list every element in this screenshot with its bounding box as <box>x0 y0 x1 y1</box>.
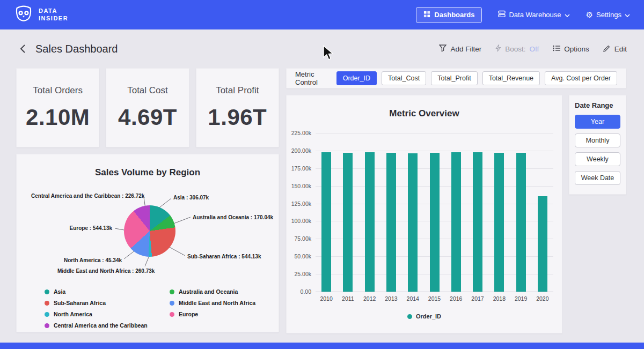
date-range-button-weekly[interactable]: Weekly <box>575 152 620 166</box>
x-tick-label: 2012 <box>363 295 376 302</box>
legend-label: Order_ID <box>416 313 441 320</box>
pie-legend-item-sub-saharan-africa[interactable]: Sub-Saharan Africa <box>45 300 170 306</box>
x-tick-label: 2017 <box>471 295 484 302</box>
pie[interactable] <box>124 205 175 257</box>
date-range-buttons: YearMonthlyWeeklyWeek Date <box>575 115 620 185</box>
metric-buttons: Order_IDTotal_CostTotal_ProfitTotal_Reve… <box>336 71 617 85</box>
date-range-panel: Date Range YearMonthlyWeeklyWeek Date <box>569 95 626 195</box>
dashboards-label: Dashboards <box>434 11 474 19</box>
metric-control-label: Metric Control <box>295 70 329 86</box>
list-icon <box>553 45 560 53</box>
bar-2017[interactable] <box>473 152 482 292</box>
y-tick-label: 200.00k <box>291 147 311 154</box>
y-tick-label: 50.00k <box>294 253 311 259</box>
legend-dot <box>170 312 174 317</box>
brand: DATA INSIDER <box>14 4 68 26</box>
bar-2018[interactable] <box>494 153 504 292</box>
date-range-button-monthly[interactable]: Monthly <box>575 133 620 147</box>
bar-2013[interactable] <box>386 153 396 292</box>
legend-label: Sub-Saharan Africa <box>54 300 106 306</box>
pie-label-australia-and-oceania: Australia and Oceania : 170.04k <box>193 214 273 220</box>
legend-dot <box>45 289 49 294</box>
x-tick-label: 2014 <box>407 295 419 302</box>
pie-label-north-america: North America : 45.34k <box>64 257 122 263</box>
pie-chart-title: Sales Volume by Region <box>17 167 279 178</box>
page-header: Sales Dashboard Add Filter Boost: Off <box>0 29 644 68</box>
legend-dot <box>45 312 49 317</box>
options-button[interactable]: Options <box>553 45 589 53</box>
database-icon <box>498 10 506 19</box>
back-button[interactable] <box>17 43 28 55</box>
bar-2015[interactable] <box>430 153 440 292</box>
kpi-label: Total Orders <box>33 85 83 96</box>
y-tick-label: 75.00k <box>294 235 311 242</box>
pie-label-middle-east-and-north-africa: Middle East and North Africa : 260.73k <box>57 268 155 274</box>
bar-2020[interactable] <box>538 196 547 292</box>
bar-plot: 2010201120122013201420152016201720182019… <box>316 133 553 292</box>
y-tick-label: 100.00k <box>291 218 311 224</box>
bar-2012[interactable] <box>365 152 375 292</box>
date-range-button-year[interactable]: Year <box>575 115 620 129</box>
kpi-total-orders: Total Orders 2.10M <box>16 68 99 147</box>
legend-label: Middle East and North Africa <box>179 300 255 306</box>
edit-button[interactable]: Edit <box>603 44 627 54</box>
metric-button-avg-cost-per-order[interactable]: Avg. Cost per Order <box>545 71 617 85</box>
bar-2011[interactable] <box>343 153 353 292</box>
page-title: Sales Dashboard <box>35 43 118 55</box>
y-axis: 225.00k200.00k175.00k150.00k125.00k100.0… <box>291 133 316 292</box>
metric-button-total-profit[interactable]: Total_Profit <box>431 71 478 85</box>
legend-dot <box>170 289 174 294</box>
date-range-button-week-date[interactable]: Week Date <box>575 171 620 185</box>
legend-dot <box>407 314 412 319</box>
grid-icon <box>423 11 430 19</box>
legend-dot <box>45 323 49 328</box>
pie-legend-item-north-america[interactable]: North America <box>45 311 170 317</box>
settings-menu[interactable]: ⚙ Settings <box>586 11 630 19</box>
owl-logo-icon <box>14 4 33 26</box>
x-tick-label: 2019 <box>515 295 527 302</box>
bar-2019[interactable] <box>516 153 526 292</box>
x-tick-label: 2010 <box>320 295 332 302</box>
y-tick-label: 25.00k <box>294 271 311 277</box>
pie-legend-item-middle-east-and-north-africa[interactable]: Middle East and North Africa <box>170 300 279 306</box>
dashboards-button[interactable]: Dashboards <box>416 7 482 23</box>
metric-button-total-cost[interactable]: Total_Cost <box>382 71 426 85</box>
pie-legend-item-central-america-and-the-caribbean[interactable]: Central America and the Caribbean <box>45 322 170 329</box>
sales-volume-card: Sales Volume by Region Asia : 306.07kA <box>16 154 279 332</box>
topbar: DATA INSIDER Dashboards <box>0 0 644 29</box>
funnel-icon <box>439 44 447 54</box>
pie-label-asia: Asia : 306.07k <box>173 195 209 201</box>
kpi-label: Total Cost <box>127 85 168 96</box>
x-tick-label: 2013 <box>385 295 397 302</box>
x-tick-label: 2011 <box>342 295 354 302</box>
pie-chart: Asia : 306.07kAustralia and Oceania : 17… <box>17 179 279 286</box>
bar-chart-title: Metric Overview <box>287 108 562 119</box>
pie-legend: AsiaAustralia and OceaniaSub-Saharan Afr… <box>45 288 279 329</box>
date-range-label: Date Range <box>575 101 620 109</box>
kpi-total-profit: Total Profit 1.96T <box>196 68 279 147</box>
bar-2016[interactable] <box>451 152 461 292</box>
pie-legend-item-europe[interactable]: Europe <box>170 311 279 317</box>
pie-label-central-america-and-the-caribbean: Central America and the Caribbean : 226.… <box>31 193 144 199</box>
boost-toggle[interactable]: Boost: Off <box>495 44 539 54</box>
gridline <box>316 133 553 133</box>
bar-2014[interactable] <box>408 153 418 292</box>
x-tick-label: 2018 <box>493 295 506 302</box>
gridline <box>316 151 553 151</box>
pie-label-europe: Europe : 544.13k <box>70 225 112 231</box>
pie-legend-item-australia-and-oceania[interactable]: Australia and Oceania <box>170 288 279 295</box>
bar-chart: 225.00k200.00k175.00k150.00k125.00k100.0… <box>291 133 553 292</box>
legend-dot <box>45 301 49 306</box>
metric-button-total-revenue[interactable]: Total_Revenue <box>482 71 540 85</box>
bar-2010[interactable] <box>321 152 331 292</box>
boost-icon <box>495 44 501 54</box>
data-warehouse-menu[interactable]: Data Warehouse <box>498 10 569 19</box>
settings-label: Settings <box>596 11 621 19</box>
kpi-row: Total Orders 2.10M Total Cost 4.69T Tota… <box>16 68 279 147</box>
metric-button-order-id[interactable]: Order_ID <box>336 71 377 85</box>
pie-legend-item-asia[interactable]: Asia <box>45 288 170 295</box>
y-tick-label: 125.00k <box>291 201 311 207</box>
kpi-value: 2.10M <box>26 105 90 130</box>
kpi-total-cost: Total Cost 4.69T <box>106 68 189 147</box>
add-filter-button[interactable]: Add Filter <box>439 44 481 54</box>
